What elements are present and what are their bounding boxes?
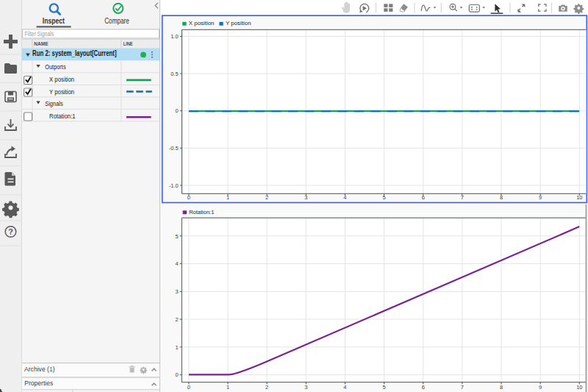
svg-text:4: 4	[175, 260, 178, 267]
svg-text:-1.0: -1.0	[169, 182, 179, 189]
svg-text:1: 1	[226, 194, 229, 201]
svg-text:5: 5	[383, 384, 386, 391]
svg-text:0: 0	[175, 371, 178, 378]
svg-text:Archive (1): Archive (1)	[24, 366, 55, 373]
svg-text:4: 4	[343, 194, 346, 201]
svg-text:2: 2	[265, 194, 268, 201]
svg-text:5: 5	[175, 233, 178, 240]
svg-text:10: 10	[576, 384, 582, 391]
svg-text:LINE: LINE	[123, 40, 133, 47]
svg-text:Inspect: Inspect	[43, 17, 65, 25]
svg-text:7: 7	[461, 194, 464, 201]
svg-text:Compare: Compare	[104, 17, 129, 25]
svg-text:Rotation:1: Rotation:1	[189, 209, 214, 215]
svg-text:9: 9	[539, 384, 542, 391]
svg-text:Run 2: system_layout[Current]: Run 2: system_layout[Current]	[32, 49, 117, 57]
svg-text:9: 9	[539, 194, 542, 201]
svg-text:Rotation:1: Rotation:1	[49, 113, 76, 120]
svg-text:Outports: Outports	[45, 63, 66, 71]
svg-text:5: 5	[383, 194, 386, 201]
svg-text:8: 8	[500, 384, 503, 391]
svg-text:8: 8	[500, 194, 503, 201]
svg-text:4: 4	[343, 384, 346, 391]
svg-text:Y position: Y position	[49, 88, 74, 96]
svg-text:2: 2	[175, 316, 178, 323]
svg-text:2: 2	[265, 384, 268, 391]
svg-text:3: 3	[304, 194, 307, 201]
svg-text:6: 6	[422, 384, 425, 391]
svg-text:3: 3	[175, 288, 178, 295]
svg-text:-0.5: -0.5	[169, 145, 179, 152]
svg-text:1.0: 1.0	[171, 33, 178, 40]
svg-text:X position: X position	[189, 20, 215, 26]
svg-text:0: 0	[187, 194, 190, 201]
svg-text:Filter Signals: Filter Signals	[24, 30, 54, 38]
svg-text:Signals: Signals	[45, 100, 63, 107]
svg-text:Y position: Y position	[226, 20, 251, 26]
svg-text:0.5: 0.5	[171, 71, 178, 77]
svg-text:6: 6	[422, 194, 425, 201]
svg-text:0: 0	[175, 107, 178, 114]
svg-text:10: 10	[576, 194, 582, 201]
svg-text:7: 7	[461, 384, 464, 391]
svg-text:X position: X position	[49, 76, 74, 83]
svg-text:0: 0	[187, 384, 190, 391]
svg-text:1: 1	[175, 344, 178, 351]
svg-text:3: 3	[304, 384, 307, 391]
svg-text:?: ?	[8, 227, 13, 236]
svg-text:Properties: Properties	[24, 379, 53, 387]
svg-text:NAME: NAME	[34, 40, 48, 47]
svg-text:1: 1	[226, 384, 229, 391]
